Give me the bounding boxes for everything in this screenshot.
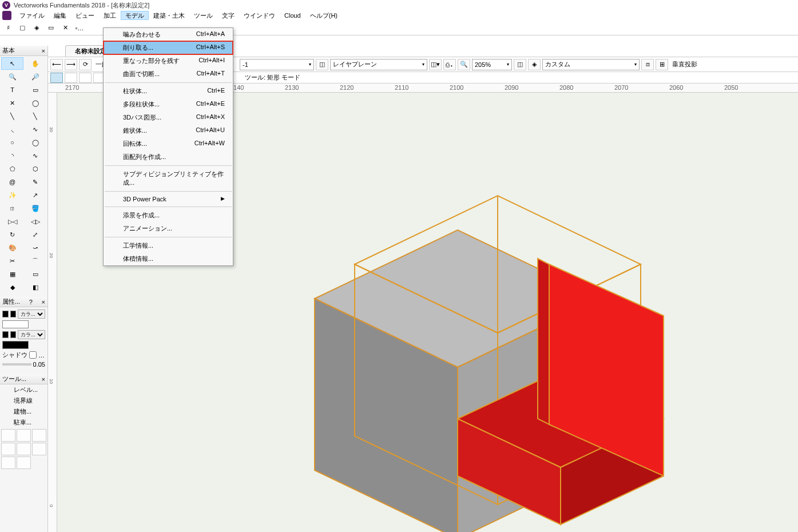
pan-tool[interactable]: ✋ bbox=[24, 57, 46, 70]
menu-ビュー[interactable]: ビュー bbox=[71, 11, 99, 20]
view-close-icon[interactable]: ✕ bbox=[58, 22, 72, 34]
rotate-tool[interactable]: ↻ bbox=[1, 228, 23, 241]
zoom-select[interactable]: 205%▾ bbox=[472, 59, 512, 70]
wand-tool[interactable]: ✨ bbox=[1, 189, 23, 201]
polyline-tool[interactable]: ⬡ bbox=[24, 162, 46, 175]
view-grid-icon[interactable]: ♯ bbox=[1, 22, 15, 34]
flyover-tool[interactable]: 🔎 bbox=[24, 70, 46, 83]
attributes-header[interactable]: 属性... ? × bbox=[0, 297, 47, 307]
polygon-tool[interactable]: ⬠ bbox=[1, 162, 23, 175]
curve-tool[interactable]: ⤻ bbox=[24, 241, 46, 254]
menu-item-3D Power Pack[interactable]: 3D Power Pack▶ bbox=[104, 193, 233, 205]
toolset-row[interactable]: レベル... bbox=[0, 384, 47, 395]
arrow-tool[interactable]: ↗ bbox=[24, 189, 46, 201]
circle-tool[interactable]: ○ bbox=[1, 136, 23, 149]
lasso-tool[interactable]: ◯ bbox=[24, 97, 46, 109]
gradient-tool[interactable]: ◧ bbox=[24, 281, 46, 293]
app-menu-icon[interactable] bbox=[2, 11, 11, 20]
fill-swatch-2[interactable] bbox=[10, 311, 17, 317]
toolset-icon[interactable] bbox=[1, 456, 15, 469]
pen-swatch[interactable] bbox=[2, 331, 9, 338]
pen-color-select[interactable]: カラ... bbox=[18, 330, 45, 339]
delete-tool[interactable]: ✕ bbox=[1, 97, 23, 109]
projection-button[interactable]: ⧈ bbox=[641, 59, 654, 70]
toolset-row[interactable]: 駐車... bbox=[0, 417, 47, 428]
menu-item-工学情報...[interactable]: 工学情報... bbox=[104, 239, 233, 252]
render-select[interactable]: カスタム▾ bbox=[542, 59, 640, 70]
view-iso-icon[interactable]: ◈ bbox=[30, 22, 43, 34]
menu-Cloud[interactable]: Cloud bbox=[280, 11, 305, 20]
shadow-slider[interactable] bbox=[2, 363, 31, 366]
toolset-row[interactable]: 建物... bbox=[0, 406, 47, 417]
zoom-tool-button[interactable]: 🔍 bbox=[458, 59, 470, 70]
bucket-tool[interactable]: 🎨 bbox=[1, 241, 23, 254]
paint-tool[interactable]: 🪣 bbox=[24, 202, 46, 215]
close-icon[interactable]: × bbox=[42, 299, 45, 305]
mirror-tool[interactable]: ▷◁ bbox=[1, 215, 23, 228]
mode-btn-1[interactable] bbox=[50, 73, 63, 83]
fillet-tool[interactable]: ⌒ bbox=[24, 255, 46, 267]
spiral2-tool[interactable]: @ bbox=[1, 176, 23, 188]
nav-fwd-button[interactable]: ⟶ bbox=[65, 59, 77, 70]
menu-ファイル[interactable]: ファイル bbox=[15, 11, 49, 20]
projection-button-2[interactable]: ⊞ bbox=[656, 59, 668, 70]
fill-preview[interactable] bbox=[2, 320, 29, 328]
shadow-checkbox[interactable] bbox=[29, 351, 37, 359]
mirror2-tool[interactable]: ◁▷ bbox=[24, 215, 46, 228]
pen-preview[interactable] bbox=[2, 341, 29, 349]
close-icon[interactable]: × bbox=[42, 47, 45, 54]
menu-編集[interactable]: 編集 bbox=[49, 11, 71, 20]
fit-button[interactable]: ◫ bbox=[514, 59, 526, 70]
arc-tool[interactable]: ◟ bbox=[1, 123, 23, 136]
toolset-icon[interactable] bbox=[32, 429, 46, 442]
menu-item-噛み合わせる[interactable]: 噛み合わせるCtrl+Alt+A bbox=[104, 28, 233, 41]
menu-item-曲面で切断...[interactable]: 曲面で切断...Ctrl+Alt+T bbox=[104, 68, 233, 81]
class-options-button[interactable]: ◫ bbox=[316, 59, 328, 70]
symbol-tool[interactable]: ◆ bbox=[1, 281, 23, 293]
help-icon[interactable]: ? bbox=[29, 299, 33, 305]
toolset-icon[interactable] bbox=[17, 443, 31, 455]
freehand-tool[interactable]: ∿ bbox=[24, 123, 46, 136]
line-tool[interactable]: ╲ bbox=[1, 110, 23, 122]
view-front-icon[interactable]: ▢ bbox=[15, 22, 29, 34]
text-tool[interactable]: T bbox=[1, 84, 23, 96]
class-select[interactable]: -1▾ bbox=[240, 59, 314, 70]
group-tool[interactable]: ▭ bbox=[24, 268, 46, 280]
menu-加工[interactable]: 加工 bbox=[99, 11, 121, 20]
layer-select[interactable]: レイヤプレーン▾ bbox=[330, 59, 427, 70]
close-icon[interactable]: × bbox=[42, 376, 45, 383]
view-plan-icon[interactable]: ▭ bbox=[44, 22, 58, 34]
fill-color-select[interactable]: カラ... bbox=[18, 309, 45, 319]
quarter-arc-tool[interactable]: ◝ bbox=[1, 149, 23, 162]
menu-item-サブディビジョンプリミティブを作成...[interactable]: サブディビジョンプリミティブを作成... bbox=[104, 168, 233, 189]
basic-palette-header[interactable]: 基本 × bbox=[0, 46, 47, 56]
menu-item-錐状体...[interactable]: 錐状体...Ctrl+Alt+U bbox=[104, 124, 233, 137]
menu-ツール[interactable]: ツール bbox=[189, 11, 217, 20]
menu-item-面配列を作成...[interactable]: 面配列を作成... bbox=[104, 150, 233, 164]
menu-item-アニメーション...[interactable]: アニメーション... bbox=[104, 222, 233, 235]
menu-建築・土木[interactable]: 建築・土木 bbox=[149, 11, 189, 20]
view-more-icon[interactable]: ▫… bbox=[73, 22, 86, 34]
menu-モデル[interactable]: モデル bbox=[121, 11, 149, 20]
menu-item-柱状体...[interactable]: 柱状体...Ctrl+E bbox=[104, 85, 233, 98]
menu-文字[interactable]: 文字 bbox=[217, 11, 239, 20]
menu-item-回転体...[interactable]: 回転体...Ctrl+Alt+W bbox=[104, 137, 233, 150]
spiral-tool[interactable]: ∿ bbox=[24, 149, 46, 162]
selection-tool[interactable]: ↖ bbox=[1, 57, 23, 70]
fill-swatch[interactable] bbox=[2, 311, 9, 317]
menu-item-3Dパス図形...[interactable]: 3Dパス図形...Ctrl+Alt+X bbox=[104, 111, 233, 124]
eyedropper-tool[interactable]: ✎ bbox=[24, 176, 46, 188]
pen-swatch-2[interactable] bbox=[10, 331, 17, 338]
trim-tool[interactable]: ✂ bbox=[1, 255, 23, 267]
menu-item-多段柱状体...[interactable]: 多段柱状体...Ctrl+Alt+E bbox=[104, 98, 233, 111]
mode-btn-2[interactable] bbox=[65, 73, 77, 83]
zoom-tool[interactable]: 🔍 bbox=[1, 70, 23, 83]
toolset-row[interactable]: 境界線 bbox=[0, 395, 47, 406]
shadow-more-icon[interactable]: … bbox=[38, 352, 45, 359]
toolset-icon[interactable] bbox=[17, 429, 31, 442]
toolset-icon[interactable] bbox=[1, 443, 15, 455]
menu-item-体積情報...[interactable]: 体積情報... bbox=[104, 252, 233, 265]
menu-item-重なった部分を残す[interactable]: 重なった部分を残すCtrl+Alt+I bbox=[104, 54, 233, 68]
rect-tool[interactable]: ▭ bbox=[24, 84, 46, 96]
menu-item-添景を作成...[interactable]: 添景を作成... bbox=[104, 209, 233, 222]
